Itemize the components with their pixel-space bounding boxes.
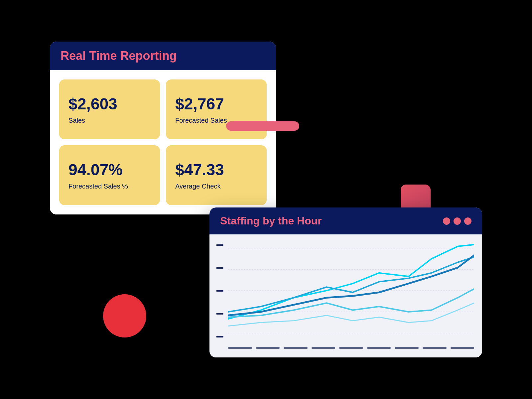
metrics-grid: $2,603 Sales $2,767 Forecasted Sales 94.… [59,79,267,205]
line-4 [228,289,474,317]
y-label-5 [216,336,223,337]
x-dash-6 [367,347,391,349]
window-dot-2[interactable] [454,217,461,225]
metric-value-avg-check: $47.33 [175,161,257,179]
staffing-card-header: Staffing by the Hour [209,207,482,234]
y-label-3 [216,290,223,292]
reporting-card-body: $2,603 Sales $2,767 Forecasted Sales 94.… [50,70,276,214]
x-dash-7 [395,347,419,349]
x-dash-3 [284,347,308,349]
x-axis-dashes [228,345,474,351]
reporting-title: Real Time Reporting [61,49,265,63]
scene: Real Time Reporting $2,603 Sales $2,767 … [50,42,482,357]
y-label-2 [216,267,223,269]
y-axis-labels [216,244,223,337]
x-dash-2 [256,347,280,349]
line-chart-svg [228,241,474,351]
window-dot-3[interactable] [464,217,471,225]
x-dash-8 [423,347,447,349]
decorative-connector [226,121,299,131]
x-dash-1 [228,347,252,349]
metric-label-forecasted-pct: Forecasted Sales % [68,182,151,191]
y-label-4 [216,313,223,315]
window-dot-1[interactable] [443,217,450,225]
x-dash-5 [339,347,363,349]
metric-tile-sales: $2,603 Sales [59,79,160,139]
staffing-card: Staffing by the Hour [209,207,482,357]
window-controls [443,217,471,225]
metric-value-sales: $2,603 [68,95,151,113]
metric-label-avg-check: Average Check [175,182,257,191]
x-dash-4 [312,347,335,349]
line-3 [228,255,474,316]
staffing-title: Staffing by the Hour [220,215,322,227]
metric-value-forecasted-sales: $2,767 [175,95,257,113]
chart-svg-container [228,241,474,351]
reporting-card-header: Real Time Reporting [50,42,276,70]
metric-tile-avg-check: $47.33 Average Check [166,145,267,205]
x-dash-9 [451,347,474,349]
metric-value-forecasted-pct: 94.07% [68,161,151,179]
metric-label-sales: Sales [68,116,151,125]
decorative-circle [103,294,146,337]
staffing-card-body [209,234,482,357]
chart-area [216,241,474,351]
metric-tile-forecasted-pct: 94.07% Forecasted Sales % [59,145,160,205]
y-label-1 [216,244,223,246]
